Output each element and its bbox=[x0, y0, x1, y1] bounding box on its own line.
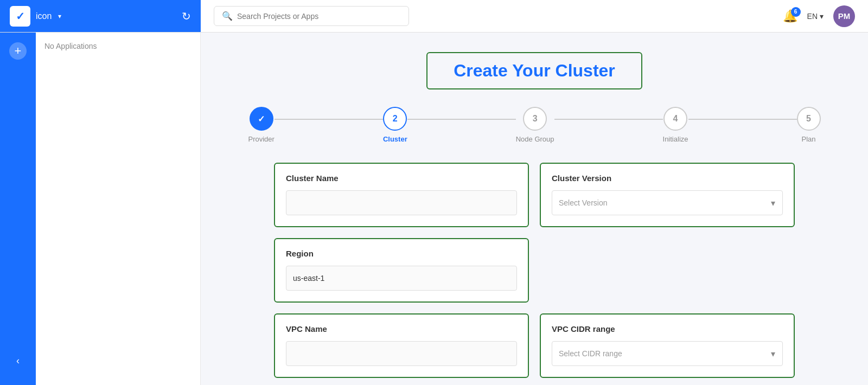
nav-icon-label: icon bbox=[36, 11, 52, 21]
lang-label: EN bbox=[807, 12, 818, 21]
vpc-cidr-select[interactable]: Select CIDR range bbox=[552, 341, 783, 366]
step-label-4: Initialize bbox=[663, 135, 688, 143]
region-input[interactable] bbox=[286, 266, 517, 291]
cluster-version-select[interactable]: Select Version bbox=[552, 190, 783, 215]
notification-badge: 6 bbox=[791, 7, 801, 17]
cluster-name-card: Cluster Name bbox=[274, 163, 529, 227]
body-wrap: + ‹ No Applications Create Your Cluster … bbox=[0, 33, 868, 385]
collapse-button[interactable]: ‹ bbox=[16, 355, 20, 375]
step-label-5: Plan bbox=[801, 135, 815, 143]
cluster-version-select-wrap: Select Version ▾ bbox=[552, 190, 783, 215]
vpc-name-label: VPC Name bbox=[286, 324, 517, 333]
vpc-name-card: VPC Name bbox=[274, 313, 529, 378]
cluster-name-input[interactable] bbox=[286, 190, 517, 215]
nav-right: 🔔 6 EN ▾ PM bbox=[783, 5, 868, 27]
empty-cell bbox=[540, 238, 795, 303]
region-label: Region bbox=[286, 249, 517, 258]
chevron-down-icon: ▾ bbox=[58, 12, 61, 20]
step-connector-2-3 bbox=[407, 119, 516, 120]
notification-button[interactable]: 🔔 6 bbox=[783, 9, 797, 23]
language-button[interactable]: EN ▾ bbox=[807, 12, 824, 21]
vpc-cidr-select-wrap: Select CIDR range ▾ bbox=[552, 341, 783, 366]
top-nav: ✓ icon ▾ ↻ 🔍 🔔 6 EN ▾ PM bbox=[0, 0, 868, 33]
step-connector-3-4 bbox=[554, 119, 663, 120]
step-circle-3: 3 bbox=[523, 107, 547, 131]
step-label-3: Node Group bbox=[516, 135, 554, 143]
logo-mark[interactable]: ✓ bbox=[10, 6, 30, 27]
search-input[interactable] bbox=[237, 12, 401, 21]
step-circle-5: 5 bbox=[797, 107, 821, 131]
sidebar-white: No Applications bbox=[36, 33, 201, 385]
stepper: ✓ Provider 2 Cluster 3 Node Group 4 Init… bbox=[227, 107, 842, 143]
step-connector-1-2 bbox=[275, 119, 383, 120]
nav-center: 🔍 bbox=[201, 6, 783, 26]
cluster-version-label: Cluster Version bbox=[552, 174, 783, 183]
cluster-form: Cluster Name Cluster Version Select Vers… bbox=[274, 163, 795, 378]
avatar[interactable]: PM bbox=[833, 5, 855, 27]
add-button[interactable]: + bbox=[9, 42, 27, 60]
vpc-cidr-card: VPC CIDR range Select CIDR range ▾ bbox=[540, 313, 795, 378]
no-apps-label: No Applications bbox=[44, 42, 97, 50]
step-4: 4 Initialize bbox=[663, 107, 688, 143]
lang-chevron-icon: ▾ bbox=[820, 12, 824, 21]
vpc-name-input[interactable] bbox=[286, 341, 517, 366]
nav-left: ✓ icon ▾ ↻ bbox=[0, 0, 201, 32]
region-card: Region bbox=[274, 238, 529, 303]
sidebar-blue: + ‹ bbox=[0, 33, 36, 385]
step-3: 3 Node Group bbox=[516, 107, 554, 143]
step-5: 5 Plan bbox=[797, 107, 821, 143]
page-title-box: Create Your Cluster bbox=[426, 52, 642, 89]
step-2: 2 Cluster bbox=[383, 107, 407, 143]
search-box: 🔍 bbox=[214, 6, 409, 26]
step-circle-4: 4 bbox=[663, 107, 687, 131]
step-circle-2: 2 bbox=[383, 107, 407, 131]
step-circle-1: ✓ bbox=[250, 107, 273, 131]
cluster-name-label: Cluster Name bbox=[286, 174, 517, 183]
vpc-cidr-label: VPC CIDR range bbox=[552, 324, 783, 333]
search-icon: 🔍 bbox=[222, 11, 233, 21]
step-1: ✓ Provider bbox=[248, 107, 274, 143]
cluster-version-card: Cluster Version Select Version ▾ bbox=[540, 163, 795, 227]
step-connector-4-5 bbox=[688, 119, 797, 120]
page-title: Create Your Cluster bbox=[454, 61, 615, 81]
refresh-button[interactable]: ↻ bbox=[182, 10, 191, 23]
step-label-2: Cluster bbox=[383, 135, 407, 143]
main-content: Create Your Cluster ✓ Provider 2 Cluster… bbox=[201, 33, 868, 385]
step-label-1: Provider bbox=[248, 135, 274, 143]
